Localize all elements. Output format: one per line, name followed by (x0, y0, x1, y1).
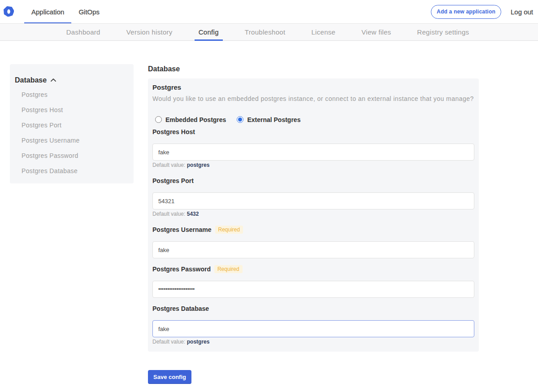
config-fields: Postgres HostDefault value: postgresPost… (152, 129, 474, 348)
postgres-password-input[interactable] (152, 281, 474, 298)
default-value-label: Default value: (152, 211, 187, 217)
config-group-label: Postgres (152, 84, 474, 91)
default-value-line: Default value: postgres (152, 162, 474, 168)
subnav-tab-config[interactable]: Config (195, 24, 223, 40)
default-value-label: Default value: (152, 339, 187, 345)
config-item-postgres-password: Postgres PasswordRequired (152, 266, 474, 298)
radio-option-embedded-postgres: Embedded Postgres (155, 116, 226, 123)
field-label-row: Postgres Port (152, 178, 474, 184)
page-title: Database (148, 64, 479, 73)
header-tab-application[interactable]: Application (24, 0, 71, 23)
default-value-label: Default value: (152, 162, 187, 168)
subnav-tab-registry-settings[interactable]: Registry settings (413, 24, 473, 40)
logo-wrap (0, 0, 24, 23)
postgres-database-input[interactable] (152, 320, 474, 337)
default-value-text: postgres (187, 339, 210, 345)
radio-external-postgres[interactable] (237, 116, 243, 123)
sidebar-items: PostgresPostgres HostPostgres PortPostgr… (15, 83, 126, 174)
subnav-tab-version-history[interactable]: Version history (122, 24, 177, 40)
default-value-line: Default value: postgres (152, 339, 474, 344)
field-label-postgres-database: Postgres Database (152, 305, 209, 312)
field-label-row: Postgres UsernameRequired (152, 226, 474, 233)
field-label-postgres-password: Postgres Password (152, 266, 211, 272)
header-tabs: ApplicationGitOps (24, 0, 107, 23)
header-tab-gitops[interactable]: GitOps (71, 0, 107, 23)
sidebar-item-postgres[interactable]: Postgres (22, 83, 126, 98)
field-label-postgres-username: Postgres Username (152, 226, 212, 233)
required-badge: Required (215, 226, 243, 234)
header-spacer (107, 0, 431, 23)
postgres-host-input[interactable] (152, 144, 474, 161)
config-group-help: Would you like to use an embedded postgr… (152, 96, 474, 102)
subnav-tab-view-files[interactable]: View files (357, 24, 395, 40)
field-label-row: Postgres Host (152, 129, 474, 135)
config-item-postgres-host: Postgres HostDefault value: postgres (152, 129, 474, 171)
logout-link[interactable]: Log out (511, 8, 533, 16)
sidebar-item-postgres-port[interactable]: Postgres Port (22, 113, 126, 128)
default-value-text: 5432 (187, 211, 199, 217)
radio-label-external-postgres[interactable]: External Postgres (247, 116, 300, 123)
sidebar-item-postgres-database[interactable]: Postgres Database (22, 159, 126, 174)
subnav-tab-license[interactable]: License (307, 24, 339, 40)
default-value-line: Default value: 5432 (152, 211, 474, 217)
field-label-row: Postgres PasswordRequired (152, 266, 474, 272)
config-item-postgres-username: Postgres UsernameRequired (152, 226, 474, 259)
sidebar-item-postgres-host[interactable]: Postgres Host (22, 98, 126, 113)
field-label-postgres-port: Postgres Port (152, 178, 194, 184)
required-badge: Required (214, 265, 243, 273)
field-label-row: Postgres Database (152, 305, 474, 312)
postgres-radio-group: Embedded PostgresExternal Postgres (152, 116, 474, 123)
chevron-up-icon (51, 78, 56, 82)
add-application-button[interactable]: Add a new application (431, 5, 501, 19)
subnav-tab-dashboard[interactable]: Dashboard (62, 24, 104, 40)
sidebar-group-title: Database (15, 76, 47, 84)
postgres-username-input[interactable] (152, 241, 474, 258)
sidebar-item-postgres-password[interactable]: Postgres Password (22, 144, 126, 159)
app-logo-icon[interactable] (4, 6, 14, 17)
save-config-button[interactable]: Save config (148, 370, 191, 384)
radio-label-embedded-postgres[interactable]: Embedded Postgres (165, 116, 226, 123)
subnav-tab-troubleshoot[interactable]: Troubleshoot (241, 24, 290, 40)
config-panel: Postgres Would you like to use an embedd… (148, 78, 479, 352)
sidebar-item-postgres-username[interactable]: Postgres Username (22, 128, 126, 144)
radio-embedded-postgres[interactable] (155, 116, 162, 123)
subnav: DashboardVersion historyConfigTroublesho… (0, 23, 538, 41)
config-item-postgres-port: Postgres PortDefault value: 5432 (152, 178, 474, 220)
main-column: Database Postgres Would you like to use … (148, 64, 479, 384)
default-value-text: postgres (187, 162, 210, 168)
postgres-port-input[interactable] (152, 192, 474, 209)
top-header: ApplicationGitOps Add a new application … (0, 0, 538, 23)
radio-option-external-postgres: External Postgres (237, 116, 300, 123)
config-item-postgres-database: Postgres DatabaseDefault value: postgres (152, 305, 474, 348)
content: Database PostgresPostgres HostPostgres P… (0, 64, 538, 384)
config-sidebar: Database PostgresPostgres HostPostgres P… (10, 64, 134, 183)
field-label-postgres-host: Postgres Host (152, 129, 195, 135)
